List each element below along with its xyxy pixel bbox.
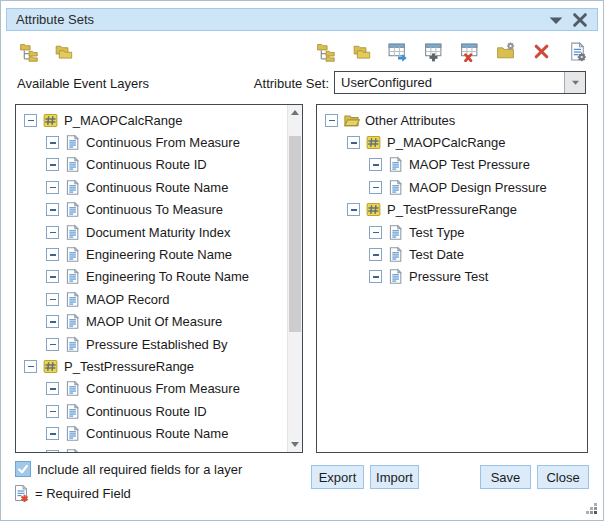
configure-report-icon[interactable] [566, 40, 588, 62]
field-icon [64, 134, 81, 151]
save-button[interactable]: Save [480, 465, 531, 489]
add-table-icon[interactable] [422, 40, 444, 62]
collapse-expander-icon[interactable] [325, 114, 338, 127]
collapse-expander-icon[interactable] [24, 360, 37, 373]
attribute-set-tree: Other Attributes P_MAOPCalcRange MAOP Te… [317, 105, 585, 452]
tree-item[interactable]: Test Type [324, 221, 585, 243]
field-icon [64, 448, 81, 452]
collapse-expander-icon[interactable] [46, 427, 59, 440]
close-icon[interactable] [572, 12, 588, 28]
include-required-label: Include all required fields for a layer [37, 462, 242, 477]
tree-item[interactable]: Continuous To Measure [23, 445, 287, 452]
tree-item[interactable]: MAOP Unit Of Measure [23, 311, 287, 333]
tree-item[interactable]: P_TestPressureRange [324, 199, 585, 221]
dialog-title: Attribute Sets [16, 12, 540, 27]
collapse-expander-icon[interactable] [369, 248, 382, 261]
tree-item[interactable]: Pressure Established By [23, 333, 287, 355]
collapse-expander-icon[interactable] [369, 226, 382, 239]
export-table-icon[interactable] [386, 40, 408, 62]
available-layers-panel: P_MAOPCalcRange Continuous From Measure … [15, 104, 303, 453]
field-icon [64, 246, 81, 263]
include-required-fields-row: Include all required fields for a layer [15, 461, 242, 477]
collapse-expander-icon[interactable] [46, 382, 59, 395]
collapse-expander-icon[interactable] [46, 226, 59, 239]
tree-item[interactable]: Document Maturity Index [23, 221, 287, 243]
new-attribute-set-icon[interactable] [494, 40, 516, 62]
collapse-expander-icon[interactable] [24, 114, 37, 127]
tree-item[interactable]: Other Attributes [324, 109, 585, 131]
collapse-expander-icon[interactable] [347, 203, 360, 216]
scrollbar-thumb[interactable] [289, 136, 301, 332]
tree-item[interactable]: P_TestPressureRange [23, 355, 287, 377]
attribute-set-value: UserConfigured [335, 72, 564, 93]
open-folder-icon[interactable] [52, 40, 74, 62]
scroll-down-button[interactable] [288, 437, 302, 452]
collapse-expander-icon[interactable] [369, 270, 382, 283]
tree-item[interactable]: Continuous From Measure [23, 131, 287, 153]
add-event-layers-icon[interactable] [17, 40, 39, 62]
attribute-set-dropdown[interactable]: UserConfigured [334, 71, 586, 94]
field-icon [387, 224, 404, 241]
export-button[interactable]: Export [311, 465, 364, 489]
tree-item[interactable]: Test Date [324, 243, 585, 265]
collapse-expander-icon[interactable] [46, 338, 59, 351]
collapse-expander-icon[interactable] [46, 136, 59, 149]
delete-icon[interactable] [530, 40, 552, 62]
attribute-sets-dialog: Attribute Sets [0, 0, 604, 521]
tree-item[interactable]: Continuous Route ID [23, 154, 287, 176]
tree-item[interactable]: Continuous From Measure [23, 378, 287, 400]
field-icon [387, 246, 404, 263]
vertical-scrollbar[interactable] [287, 105, 302, 452]
titlebar[interactable]: Attribute Sets [6, 8, 598, 31]
dock-arrow-icon[interactable] [548, 12, 564, 28]
import-button[interactable]: Import [370, 465, 419, 489]
open-folder-icon[interactable] [350, 40, 372, 62]
field-icon [64, 380, 81, 397]
collapse-expander-icon[interactable] [46, 405, 59, 418]
include-required-checkbox[interactable] [15, 461, 31, 477]
field-icon [64, 425, 81, 442]
tree-item[interactable]: Continuous Route ID [23, 400, 287, 422]
tree-item[interactable]: Engineering To Route Name [23, 266, 287, 288]
field-icon [64, 268, 81, 285]
field-icon [64, 201, 81, 218]
field-icon [64, 179, 81, 196]
collapse-expander-icon[interactable] [46, 450, 59, 452]
tree-item[interactable]: MAOP Record [23, 288, 287, 310]
required-field-legend: = Required Field [12, 484, 131, 503]
collapse-expander-icon[interactable] [369, 181, 382, 194]
toolbar-right [314, 40, 588, 62]
toolbar-left [17, 40, 74, 62]
attribute-set-label: Attribute Set: [253, 76, 329, 91]
tree-item[interactable]: MAOP Design Pressure [324, 176, 585, 198]
tree-item[interactable]: P_MAOPCalcRange [324, 131, 585, 153]
field-icon [64, 313, 81, 330]
tree-item[interactable]: Engineering Route Name [23, 243, 287, 265]
tree-item[interactable]: Pressure Test [324, 266, 585, 288]
attribute-set-panel: Other Attributes P_MAOPCalcRange MAOP Te… [316, 104, 588, 453]
collapse-expander-icon[interactable] [46, 203, 59, 216]
collapse-expander-icon[interactable] [46, 270, 59, 283]
remove-table-icon[interactable] [458, 40, 480, 62]
available-layers-tree: P_MAOPCalcRange Continuous From Measure … [16, 105, 287, 452]
chevron-down-icon[interactable] [564, 72, 585, 93]
tree-item[interactable]: Continuous Route Name [23, 176, 287, 198]
collapse-expander-icon[interactable] [46, 293, 59, 306]
scroll-up-button[interactable] [288, 105, 302, 120]
collapse-expander-icon[interactable] [46, 158, 59, 171]
collapse-expander-icon[interactable] [347, 136, 360, 149]
tree-item[interactable]: MAOP Test Pressure [324, 154, 585, 176]
tree-item[interactable]: Continuous To Measure [23, 199, 287, 221]
collapse-expander-icon[interactable] [46, 248, 59, 261]
collapse-expander-icon[interactable] [369, 158, 382, 171]
resize-grip[interactable] [586, 503, 598, 515]
collapse-expander-icon[interactable] [46, 315, 59, 328]
add-event-layers-icon[interactable] [314, 40, 336, 62]
event-table-icon [42, 358, 59, 375]
close-button[interactable]: Close [537, 465, 589, 489]
field-icon [387, 268, 404, 285]
required-field-text: = Required Field [35, 486, 131, 501]
tree-item[interactable]: Continuous Route Name [23, 422, 287, 444]
collapse-expander-icon[interactable] [46, 181, 59, 194]
tree-item[interactable]: P_MAOPCalcRange [23, 109, 287, 131]
